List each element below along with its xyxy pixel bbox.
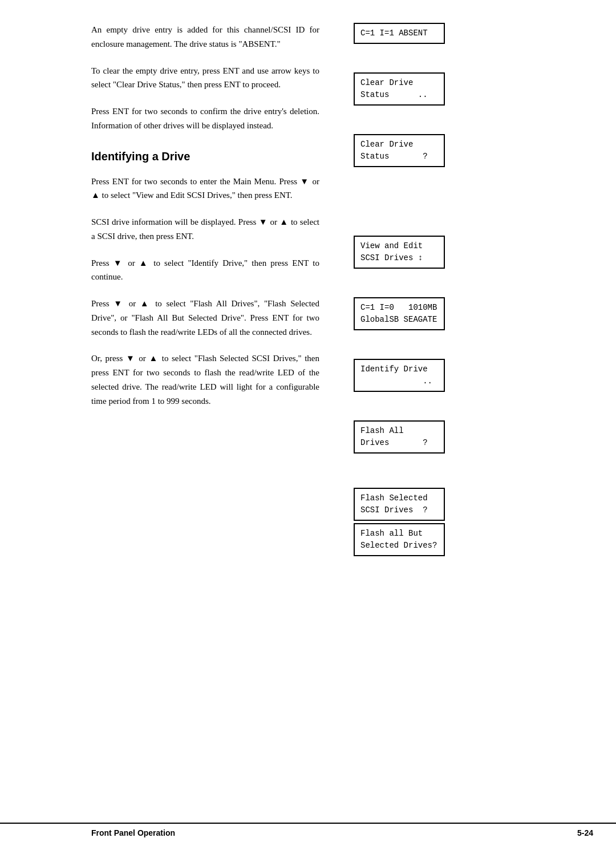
s2-para5-text: Or, press ▼ or ▲ to select "Flash Select… [91,351,319,408]
lcd-box-4: View and EditSCSI Drives ↕ [354,236,445,269]
lcd-wrapper-1: C=1 I=1 ABSENT [354,23,513,44]
page: An empty drive entry is added for this c… [0,0,616,842]
lcd-box-1: C=1 I=1 ABSENT [354,23,445,44]
s2-para2-text: SCSI drive information will be displayed… [91,215,319,244]
para3-text: Press ENT for two seconds to confirm the… [91,104,319,133]
para1-text: An empty drive entry is added for this c… [91,23,319,51]
lcd-wrapper-5: C=1 I=0 1010MBGlobalSB SEAGATE [354,297,513,330]
s2-para4-text: Press ▼ or ▲ to select "Flash All Drives… [91,297,319,339]
right-column: C=1 I=1 ABSENT Clear DriveStatus .. Clea… [342,23,536,777]
lcd-wrapper-2: Clear DriveStatus .. [354,72,513,106]
para2-text: To clear the empty drive entry, press EN… [91,64,319,92]
content-area: An empty drive entry is added for this c… [0,0,616,823]
para2-block: To clear the empty drive entry, press EN… [91,64,319,92]
s2-para3-text: Press ▼ or ▲ to select "Identify Drive,"… [91,256,319,285]
s2-para5-block: Or, press ▼ or ▲ to select "Flash Select… [91,351,319,408]
footer-page-number: 5-24 [577,828,593,837]
lcd-wrapper-6: Identify Drive .. [354,359,513,392]
s2-para1-block: Press ENT for two seconds to enter the M… [91,175,319,203]
footer-section-label: Front Panel Operation [91,828,175,837]
s2-para4-block: Press ▼ or ▲ to select "Flash All Drives… [91,297,319,339]
para1-block: An empty drive entry is added for this c… [91,23,319,51]
s2-para1-text: Press ENT for two seconds to enter the M… [91,175,319,203]
lcd-box-9: Flash all ButSelected Drives? [354,523,445,556]
lcd-wrapper-9: Flash all ButSelected Drives? [354,523,513,556]
lcd-wrapper-4: View and EditSCSI Drives ↕ [354,236,513,269]
lcd-box-7: Flash AllDrives ? [354,420,445,454]
left-column: An empty drive entry is added for this c… [0,23,342,777]
page-footer: Front Panel Operation 5-24 [0,823,616,842]
lcd-box-2: Clear DriveStatus .. [354,72,445,106]
lcd-wrapper-8: Flash SelectedSCSI Drives ? [354,488,513,521]
para3-block: Press ENT for two seconds to confirm the… [91,104,319,133]
lcd-wrapper-7: Flash AllDrives ? [354,420,513,454]
s2-para2-block: SCSI drive information will be displayed… [91,215,319,244]
lcd-wrapper-3: Clear DriveStatus ? [354,134,513,167]
section2-heading: Identifying a Drive [91,150,319,163]
lcd-box-8: Flash SelectedSCSI Drives ? [354,488,445,521]
lcd-box-5: C=1 I=0 1010MBGlobalSB SEAGATE [354,297,445,330]
lcd-box-6: Identify Drive .. [354,359,445,392]
s2-para3-block: Press ▼ or ▲ to select "Identify Drive,"… [91,256,319,285]
lcd-box-3: Clear DriveStatus ? [354,134,445,167]
